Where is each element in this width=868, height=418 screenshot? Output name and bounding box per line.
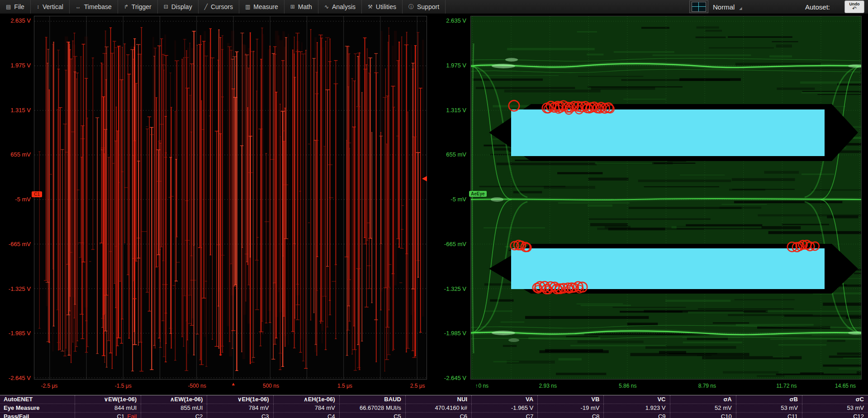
x-axis-label: -2.5 μs xyxy=(41,383,57,389)
measurement-value: 844 mUI xyxy=(75,404,141,412)
menu-list: ▤File↕Vertical↔Timebase↱Trigger⊟Display╱… xyxy=(0,0,446,14)
column-header: ∧EW(1e-06) xyxy=(141,395,207,404)
measurement-value: -1.965 V xyxy=(471,404,537,412)
menu-item-file[interactable]: ▤File xyxy=(0,0,31,14)
y-axis-label: -5 mV xyxy=(15,196,31,203)
autoset-label: Autoset: xyxy=(805,0,830,14)
menu-item-utilities[interactable]: ⚒Utilities xyxy=(362,0,403,14)
y-axis-label: 2.635 V xyxy=(10,17,31,24)
column-header: ∨EW(1e-06) xyxy=(75,395,141,404)
left-waveform-plot[interactable]: C1 xyxy=(34,16,427,380)
x-axis-label: -500 ns xyxy=(188,383,206,389)
menu-item-vertical[interactable]: ↕Vertical xyxy=(31,0,70,14)
calculator-icon: ⊞ xyxy=(290,4,295,10)
column-header: ∨EH(1e-06) xyxy=(207,395,273,404)
left-x-axis: ▲ -2.5 μs-1.5 μs-500 ns500 ns1.5 μs2.5 μ… xyxy=(34,381,427,392)
grid-icon xyxy=(692,2,706,12)
x-axis-label: -1.5 μs xyxy=(115,383,132,389)
menu-bar: ▤File↕Vertical↔Timebase↱Trigger⊟Display╱… xyxy=(0,0,868,14)
menu-item-support[interactable]: ⓘSupport xyxy=(403,0,446,14)
x-axis-label: 5.86 ns xyxy=(619,383,636,389)
eye-mask-region xyxy=(511,109,825,156)
y-axis-label: -2.645 V xyxy=(444,375,466,381)
eye-diagram-plot[interactable]: AeEye xyxy=(470,16,862,380)
pass-fail-value: C12 xyxy=(802,413,868,418)
menu-item-measure[interactable]: ▥Measure xyxy=(239,0,285,14)
trigger-edge-icon: ↱ xyxy=(124,4,128,10)
menu-item-display[interactable]: ⊟Display xyxy=(158,0,199,14)
menu-item-math[interactable]: ⊞Math xyxy=(285,0,318,14)
channel-badge-c1[interactable]: C1 xyxy=(32,191,42,197)
display-mode-label: Normal xyxy=(713,3,735,11)
grid-display-button[interactable] xyxy=(689,0,708,13)
utilities-tools-icon: ⚒ xyxy=(368,4,373,10)
pass-fail-value: C6 xyxy=(405,413,471,418)
right-y-axis: 2.635 V1.975 V1.315 V655 mV-5 mV-665 mV-… xyxy=(428,16,469,380)
horizontal-arrows-icon: ↔ xyxy=(76,4,81,10)
column-header: VC xyxy=(603,395,669,404)
measurement-value: 784 mV xyxy=(207,404,273,412)
measure-icon: ▥ xyxy=(245,4,250,10)
column-header: σC xyxy=(802,395,868,404)
pass-fail-value: C7 xyxy=(471,413,537,418)
undo-arrow-icon: ↶ xyxy=(852,6,857,11)
cursor-icon: ╱ xyxy=(204,4,208,10)
y-axis-label: -1.985 V xyxy=(444,330,466,337)
scope-display-area: 2.635 V1.975 V1.315 V655 mV-5 mV-665 mV-… xyxy=(0,14,868,395)
menu-item-cursors[interactable]: ╱Cursors xyxy=(199,0,239,14)
oscilloscope-app: ▤File↕Vertical↔Timebase↱Trigger⊟Display╱… xyxy=(0,0,868,418)
menu-item-label: Vertical xyxy=(43,3,63,10)
y-axis-label: -2.645 V xyxy=(9,375,31,381)
measurement-value: 66.67028 MUI/s xyxy=(339,404,405,412)
column-header: BAUD xyxy=(339,395,405,404)
measurement-table: AutoENET∨EW(1e-06)∧EW(1e-06)∨EH(1e-06)∧E… xyxy=(0,395,868,418)
pass-fail-value: C2 xyxy=(141,413,207,418)
display-mode-dropdown[interactable]: Normal ◢ xyxy=(712,1,743,13)
row-label: Pass/Fail xyxy=(0,413,75,418)
column-header: ∧EH(1e-06) xyxy=(273,395,339,404)
menu-item-label: Measure xyxy=(253,3,278,10)
right-x-axis: ↑0 ns2.93 ns5.86 ns8.79 ns11.72 ns14.65 … xyxy=(470,381,862,392)
x-axis-label: 1.5 μs xyxy=(337,383,352,389)
analysis-wave-icon: ∿ xyxy=(324,4,329,10)
time-zero-arrow-icon: ↑ xyxy=(475,383,478,389)
menu-item-label: Trigger xyxy=(132,3,152,10)
measurement-value: 784 mV xyxy=(273,404,339,412)
menu-item-analysis[interactable]: ∿Analysis xyxy=(318,0,362,14)
column-header: σB xyxy=(736,395,802,404)
menu-item-timebase[interactable]: ↔Timebase xyxy=(70,0,118,14)
menu-item-label: Timebase xyxy=(84,3,112,10)
x-axis-label: 11.72 ns xyxy=(776,383,797,389)
y-axis-label: 2.635 V xyxy=(446,17,466,24)
y-axis-label: -5 mV xyxy=(451,196,466,203)
menu-item-label: Analysis xyxy=(332,3,356,10)
y-axis-label: -1.325 V xyxy=(444,285,466,292)
menu-item-label: Math xyxy=(298,3,312,10)
menu-item-label: Support xyxy=(417,3,439,10)
row-label: Eye Measure xyxy=(0,404,75,412)
pass-fail-value: C4 xyxy=(273,413,339,418)
x-axis-label: 8.79 ns xyxy=(698,383,716,389)
pass-fail-value: C1Fail xyxy=(75,413,141,418)
eye-diagram-canvas xyxy=(471,16,861,379)
table-title: AutoENET xyxy=(0,395,75,404)
info-icon: ⓘ xyxy=(408,3,414,11)
column-header: NUI xyxy=(405,395,471,404)
trigger-time-marker[interactable]: ▲ xyxy=(231,381,236,386)
x-axis-label: 2.93 ns xyxy=(539,383,557,389)
display-mode-group: Normal ◢ xyxy=(689,0,743,14)
menu-item-trigger[interactable]: ↱Trigger xyxy=(118,0,158,14)
pass-fail-value: C10 xyxy=(670,413,736,418)
waveform-canvas xyxy=(34,16,427,379)
eye-mask-region xyxy=(511,248,825,289)
trigger-level-marker[interactable] xyxy=(422,176,427,181)
table-row: Eye Measure844 mUI855 mUI784 mV784 mV66.… xyxy=(0,404,868,412)
column-header: σA xyxy=(670,395,736,404)
undo-button[interactable]: Undo ↶ xyxy=(844,0,864,13)
x-axis-label: 14.65 ns xyxy=(835,383,856,389)
file-icon: ▤ xyxy=(6,4,11,10)
trace-badge-aeeye[interactable]: AeEye xyxy=(469,191,487,197)
measurement-value: 470.4160 k# xyxy=(405,404,471,412)
menu-item-label: Cursors xyxy=(211,3,233,10)
y-axis-label: -1.985 V xyxy=(9,330,31,337)
